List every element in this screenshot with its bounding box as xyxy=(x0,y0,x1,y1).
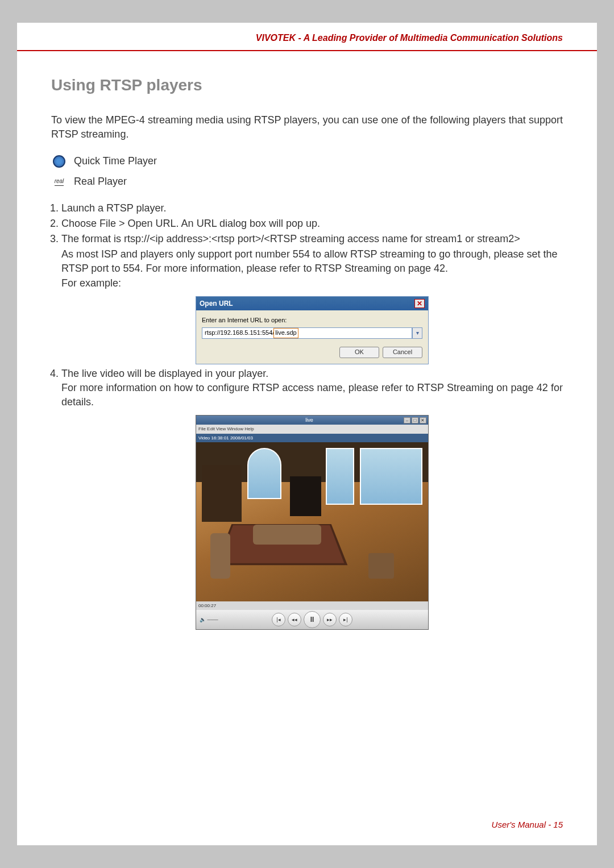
player-menubar[interactable]: File Edit View Window Help xyxy=(196,425,428,433)
player-controls: 🔈 ─── |◂ ◂◂ II ▸▸ ▸| xyxy=(196,610,428,629)
open-url-dialog-figure: Open URL ✕ Enter an Internet URL to open… xyxy=(61,296,563,364)
player-window-controls: – □ ✕ xyxy=(404,417,426,423)
rewind-icon[interactable]: ◂◂ xyxy=(288,613,301,626)
close-icon[interactable]: ✕ xyxy=(414,299,425,308)
chevron-down-icon[interactable]: ▾ xyxy=(412,327,422,339)
step-1: Launch a RTSP player. xyxy=(61,201,563,215)
media-player-window: live – □ ✕ File Edit View Window Help Vi… xyxy=(196,415,429,630)
step-3-example: For example: xyxy=(61,276,563,290)
page-header: VIVOTEK - A Leading Provider of Multimed… xyxy=(17,23,597,51)
step-3-text: The format is rtsp://<ip address>:<rtsp … xyxy=(61,233,520,244)
page-footer: User's Manual - 15 xyxy=(492,820,563,829)
skip-forward-icon[interactable]: ▸| xyxy=(339,613,352,626)
dialog-titlebar: Open URL ✕ xyxy=(196,297,428,311)
player-video-area xyxy=(196,442,428,601)
cancel-button[interactable]: Cancel xyxy=(383,347,422,358)
supported-players-list: Quick Time Player real Real Player xyxy=(51,153,563,190)
dialog-title: Open URL xyxy=(200,299,233,309)
player-real: real Real Player xyxy=(51,174,563,190)
url-base-text: rtsp://192.168.5.151:554/ xyxy=(205,329,274,337)
step-2: Choose File > Open URL. An URL dialog bo… xyxy=(61,217,563,231)
url-highlight-text: live.sdp xyxy=(273,328,298,338)
maximize-icon[interactable]: □ xyxy=(412,417,418,423)
real-icon: real xyxy=(51,174,67,190)
step-3-note: As most ISP and players only support por… xyxy=(61,247,563,276)
minimize-icon[interactable]: – xyxy=(404,417,410,423)
pause-icon[interactable]: II xyxy=(304,611,321,628)
section-heading: Using RTSP players xyxy=(51,74,563,96)
media-player-figure: live – □ ✕ File Edit View Window Help Vi… xyxy=(61,415,563,630)
step-4: The live video will be displayed in your… xyxy=(61,367,563,630)
player-quicktime: Quick Time Player xyxy=(51,153,563,169)
player-time-status: 00:00:27 xyxy=(196,601,428,610)
step-3: The format is rtsp://<ip address>:<rtsp … xyxy=(61,232,563,364)
ok-button[interactable]: OK xyxy=(339,347,379,358)
quicktime-label: Quick Time Player xyxy=(74,154,157,168)
fastforward-icon[interactable]: ▸▸ xyxy=(323,613,337,626)
player-titlebar: live – □ ✕ xyxy=(196,416,428,425)
close-icon[interactable]: ✕ xyxy=(420,417,426,423)
dialog-buttons: OK Cancel xyxy=(196,343,428,364)
header-text: VIVOTEK - A Leading Provider of Multimed… xyxy=(51,33,563,43)
dialog-body: Enter an Internet URL to open: rtsp://19… xyxy=(196,310,428,343)
steps-list: Launch a RTSP player. Choose File > Open… xyxy=(51,201,563,630)
url-input-row: rtsp://192.168.5.151:554/live.sdp ▾ xyxy=(202,327,422,339)
open-url-dialog: Open URL ✕ Enter an Internet URL to open… xyxy=(196,296,429,364)
document-page: VIVOTEK - A Leading Provider of Multimed… xyxy=(17,23,597,845)
intro-paragraph: To view the MPEG-4 streaming media using… xyxy=(51,113,563,142)
quicktime-icon xyxy=(51,153,67,169)
volume-icon[interactable]: 🔈 ─── xyxy=(200,616,218,624)
page-content: Using RTSP players To view the MPEG-4 st… xyxy=(17,51,597,665)
player-title: live xyxy=(305,417,313,424)
url-input[interactable]: rtsp://192.168.5.151:554/live.sdp xyxy=(202,327,412,339)
step-4-note: For more information on how to configure… xyxy=(61,381,563,409)
player-overlay-text: Video 16:38:01 2008/01/03 xyxy=(196,434,428,442)
real-label: Real Player xyxy=(74,175,127,189)
dialog-label: Enter an Internet URL to open: xyxy=(202,316,422,325)
step-4-text: The live video will be displayed in your… xyxy=(61,368,268,379)
skip-back-icon[interactable]: |◂ xyxy=(272,613,285,626)
